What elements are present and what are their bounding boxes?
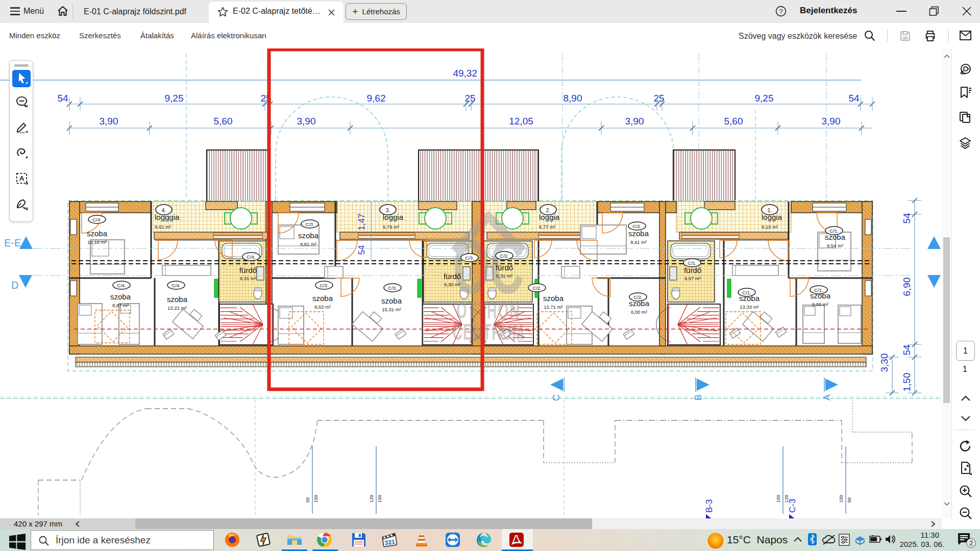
svg-text:C/1.: C/1. [829, 228, 838, 234]
svg-text:C/3.: C/3. [388, 285, 397, 291]
svg-text:C/4.: C/4. [117, 283, 126, 288]
svg-text:C/4.: C/4. [247, 254, 255, 260]
svg-text:C/3.: C/3. [465, 255, 474, 261]
svg-text:12,05: 12,05 [509, 116, 533, 127]
svg-text:C/4.: C/4. [92, 217, 101, 222]
svg-text:3,90: 3,90 [625, 116, 644, 127]
svg-text:150: 150 [377, 495, 382, 503]
svg-text:szoba: szoba [87, 229, 108, 238]
svg-text:C/1.: C/1. [688, 260, 696, 266]
svg-text:A: A [19, 174, 24, 182]
svg-text:szoba: szoba [298, 231, 319, 240]
svg-text:25: 25 [464, 93, 475, 104]
svg-text:8,63 m²: 8,63 m² [314, 304, 331, 310]
svg-text:szoba: szoba [167, 295, 188, 304]
svg-text:50: 50 [305, 497, 310, 503]
svg-text:A: A [822, 394, 832, 400]
svg-text:54: 54 [848, 93, 860, 104]
svg-text:C/2.: C/2. [633, 294, 642, 300]
svg-text:150: 150 [776, 495, 781, 503]
svg-text:321: 321 [384, 538, 396, 547]
svg-text:fürdő: fürdő [496, 263, 513, 272]
svg-text:50: 50 [847, 497, 852, 503]
svg-text:6,30 m²: 6,30 m² [444, 282, 460, 287]
svg-text:6,90: 6,90 [901, 278, 912, 296]
svg-text:C/2.: C/2. [500, 253, 508, 259]
svg-text:loggia: loggia [762, 213, 782, 221]
svg-text:szoba: szoba [312, 294, 333, 303]
svg-text:13,33 m²: 13,33 m² [740, 304, 759, 310]
svg-text:C/1.: C/1. [742, 290, 751, 295]
svg-text:6,31 m²: 6,31 m² [240, 276, 256, 281]
svg-text:150: 150 [839, 495, 844, 503]
svg-text:C/3.: C/3. [320, 283, 328, 288]
svg-text:1,50: 1,50 [901, 373, 912, 392]
svg-text:B: B [693, 394, 703, 400]
svg-text:9,25: 9,25 [165, 93, 184, 104]
svg-text:150: 150 [313, 495, 318, 503]
svg-text:9,79 m²: 9,79 m² [383, 224, 399, 230]
svg-text:6,57 m²: 6,57 m² [684, 276, 701, 281]
svg-text:szoba: szoba [110, 292, 131, 301]
svg-text:8,87 m²: 8,87 m² [112, 303, 129, 308]
svg-text:6,31 m²: 6,31 m² [496, 273, 512, 279]
svg-text:9,62: 9,62 [367, 93, 386, 104]
svg-text:8,90: 8,90 [564, 93, 582, 104]
svg-text:54: 54 [357, 245, 366, 255]
svg-text:5,60: 5,60 [724, 116, 743, 127]
svg-text:10,16 m²: 10,16 m² [87, 239, 107, 245]
svg-text:54: 54 [901, 344, 912, 356]
svg-text:C/2.: C/2. [532, 285, 541, 291]
svg-text:8,61 m²: 8,61 m² [155, 224, 171, 230]
svg-text:logggia: logggia [155, 213, 180, 221]
svg-text:49,32: 49,32 [453, 68, 477, 79]
svg-text:9,41 m²: 9,41 m² [630, 239, 647, 245]
svg-text:szoba: szoba [381, 296, 402, 305]
svg-text:13,21 m²: 13,21 m² [167, 305, 187, 311]
svg-text:fürdő: fürdő [239, 266, 257, 274]
svg-text:loggia: loggia [383, 213, 404, 221]
svg-text:D: D [11, 280, 18, 291]
svg-text:?: ? [779, 8, 782, 15]
svg-text:8,77 m²: 8,77 m² [539, 224, 555, 230]
svg-text:C/4.: C/4. [172, 283, 180, 288]
svg-text:15,31 m²: 15,31 m² [382, 307, 401, 312]
svg-text:3,90: 3,90 [822, 116, 841, 127]
svg-text:9,00 m²: 9,00 m² [812, 302, 828, 307]
svg-text:C/3.: C/3. [305, 221, 314, 227]
svg-text:B-3: B-3 [704, 499, 714, 513]
svg-text:120: 120 [369, 495, 374, 503]
svg-text:E-E: E-E [4, 237, 21, 248]
svg-text:3,90: 3,90 [100, 116, 118, 127]
svg-text:C/1.: C/1. [814, 287, 823, 293]
svg-text:3,30: 3,30 [879, 354, 890, 372]
svg-text:fürdő: fürdő [444, 272, 461, 281]
svg-text:9,54 m²: 9,54 m² [827, 243, 843, 248]
svg-text:6,00 m²: 6,00 m² [631, 309, 647, 315]
svg-text:C/2.: C/2. [632, 223, 641, 229]
svg-text:3,90: 3,90 [297, 116, 316, 127]
svg-text:CENTRUM: CENTRUM [453, 319, 524, 345]
svg-text:9,81 m²: 9,81 m² [300, 241, 316, 247]
svg-text:54: 54 [57, 93, 68, 104]
svg-text:C-3: C-3 [788, 499, 797, 513]
svg-text:OC: OC [453, 224, 524, 309]
svg-text:1,47: 1,47 [357, 213, 366, 230]
svg-text:54: 54 [901, 213, 912, 224]
svg-text:loggia: loggia [539, 213, 560, 221]
svg-text:9,10 m²: 9,10 m² [762, 224, 778, 230]
svg-text:szoba: szoba [543, 294, 564, 303]
svg-text:C: C [551, 394, 561, 401]
svg-text:12,71 m²: 12,71 m² [544, 304, 563, 310]
svg-text:9,25: 9,25 [755, 93, 774, 104]
svg-text:5,60: 5,60 [214, 116, 233, 127]
